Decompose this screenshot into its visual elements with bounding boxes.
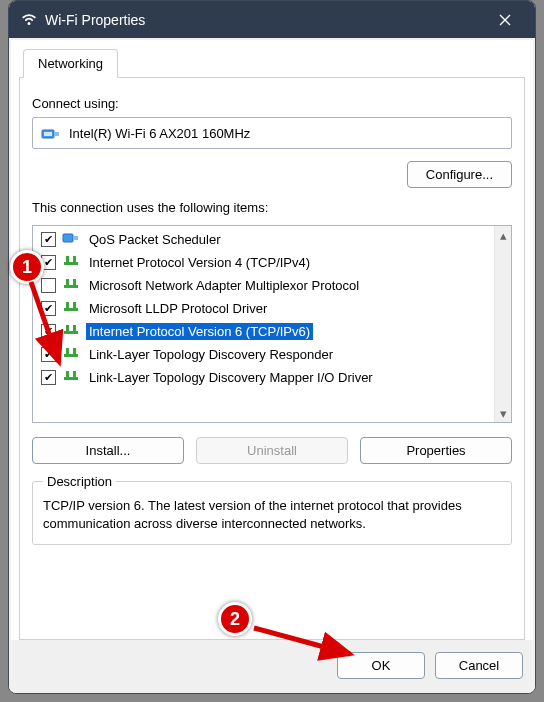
item-label: Microsoft LLDP Protocol Driver [86, 300, 270, 317]
ok-button[interactable]: OK [337, 652, 425, 679]
connection-item[interactable]: Link-Layer Topology Discovery Responder [33, 343, 494, 366]
item-checkbox[interactable] [41, 324, 56, 339]
tab-label: Networking [38, 56, 103, 71]
wifi-icon [21, 12, 37, 28]
networking-panel: Connect using: Intel(R) Wi-Fi 6 AX201 16… [19, 78, 525, 640]
connection-item[interactable]: Internet Protocol Version 4 (TCP/IPv4) [33, 251, 494, 274]
item-checkbox[interactable] [41, 301, 56, 316]
item-label: QoS Packet Scheduler [86, 231, 224, 248]
svg-rect-22 [73, 371, 76, 378]
tab-networking[interactable]: Networking [23, 49, 118, 78]
item-label: Link-Layer Topology Discovery Mapper I/O… [86, 369, 376, 386]
protocol-icon [62, 276, 80, 295]
wifi-properties-dialog: Wi-Fi Properties Networking Connect usin… [8, 0, 536, 694]
items-label: This connection uses the following items… [32, 200, 512, 215]
protocol-icon [62, 299, 80, 318]
scroll-up-icon[interactable]: ▴ [495, 226, 511, 244]
item-label: Internet Protocol Version 4 (TCP/IPv4) [86, 254, 313, 271]
tab-strip: Networking [19, 48, 525, 78]
titlebar: Wi-Fi Properties [9, 1, 535, 38]
protocol-icon [62, 368, 80, 387]
connection-item[interactable]: QoS Packet Scheduler [33, 228, 494, 251]
connection-item[interactable]: Microsoft LLDP Protocol Driver [33, 297, 494, 320]
svg-rect-15 [66, 325, 69, 332]
protocol-icon [62, 345, 80, 364]
dialog-body: Networking Connect using: Intel(R) Wi-Fi… [11, 40, 533, 640]
svg-rect-16 [73, 325, 76, 332]
svg-rect-1 [44, 132, 52, 136]
configure-button[interactable]: Configure... [407, 161, 512, 188]
description-legend: Description [43, 474, 116, 489]
scrollbar[interactable]: ▴ ▾ [494, 226, 511, 422]
svg-rect-4 [73, 236, 78, 240]
protocol-icon [62, 322, 80, 341]
svg-rect-10 [73, 279, 76, 286]
svg-rect-21 [66, 371, 69, 378]
item-checkbox[interactable] [41, 370, 56, 385]
properties-button[interactable]: Properties [360, 437, 512, 464]
svg-rect-3 [63, 234, 73, 242]
svg-rect-6 [66, 256, 69, 263]
item-label: Internet Protocol Version 6 (TCP/IPv6) [86, 323, 313, 340]
description-text: TCP/IP version 6. The latest version of … [43, 497, 501, 532]
connection-item[interactable]: Microsoft Network Adapter Multiplexor Pr… [33, 274, 494, 297]
description-group: Description TCP/IP version 6. The latest… [32, 474, 512, 545]
svg-rect-2 [54, 132, 59, 136]
connect-using-label: Connect using: [32, 96, 512, 111]
close-button[interactable] [483, 5, 527, 35]
item-checkbox[interactable] [41, 347, 56, 362]
connection-item[interactable]: Internet Protocol Version 6 (TCP/IPv6) [33, 320, 494, 343]
install-button[interactable]: Install... [32, 437, 184, 464]
cancel-button[interactable]: Cancel [435, 652, 523, 679]
svg-rect-12 [66, 302, 69, 309]
item-checkbox[interactable] [41, 232, 56, 247]
svg-rect-13 [73, 302, 76, 309]
item-checkbox[interactable] [41, 278, 56, 293]
dialog-footer: OK Cancel [9, 642, 535, 693]
adapter-name: Intel(R) Wi-Fi 6 AX201 160MHz [69, 126, 250, 141]
svg-rect-19 [73, 348, 76, 355]
adapter-icon [41, 124, 61, 142]
connection-items-list[interactable]: QoS Packet SchedulerInternet Protocol Ve… [33, 226, 494, 422]
svg-rect-9 [66, 279, 69, 286]
svg-rect-7 [73, 256, 76, 263]
protocol-icon [62, 253, 80, 272]
scheduler-icon [62, 230, 80, 249]
item-label: Link-Layer Topology Discovery Responder [86, 346, 336, 363]
adapter-field: Intel(R) Wi-Fi 6 AX201 160MHz [32, 117, 512, 149]
uninstall-button: Uninstall [196, 437, 348, 464]
scroll-down-icon[interactable]: ▾ [495, 404, 511, 422]
item-label: Microsoft Network Adapter Multiplexor Pr… [86, 277, 362, 294]
connection-items-box: QoS Packet SchedulerInternet Protocol Ve… [32, 225, 512, 423]
connection-item[interactable]: Link-Layer Topology Discovery Mapper I/O… [33, 366, 494, 389]
item-checkbox[interactable] [41, 255, 56, 270]
svg-rect-18 [66, 348, 69, 355]
window-title: Wi-Fi Properties [45, 12, 145, 28]
